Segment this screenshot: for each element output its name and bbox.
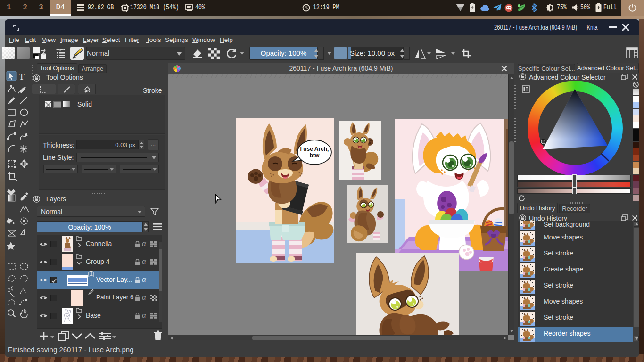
svg-text:T: T (19, 72, 25, 82)
svg-text:I use Arch,: I use Arch, (300, 146, 329, 152)
svg-text:btw: btw (310, 152, 320, 159)
